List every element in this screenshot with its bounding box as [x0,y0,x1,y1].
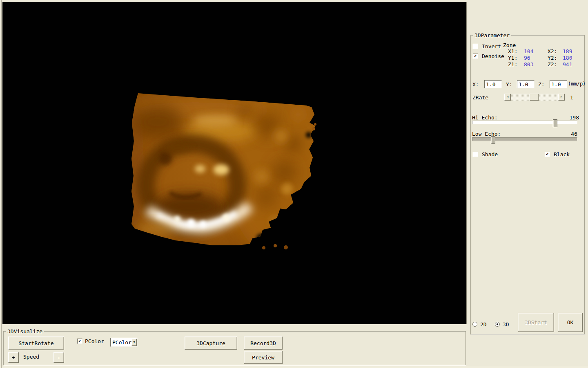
speed-plus-button[interactable]: + [8,352,19,363]
zone-y2-label: Y2: [548,55,557,61]
dropdown-arrow-icon: ▼ [133,341,135,344]
zone-z2-value: 941 [563,61,572,67]
preview-button[interactable]: Preview [244,351,283,364]
zrate-scroll-left-button[interactable]: ◄ [504,94,511,101]
hi-echo-label: Hi Echo: [472,114,498,121]
app-window: 3DParameter Invert ✔ Denoise Zone X1: 10… [0,0,588,368]
3d-viewport[interactable] [2,2,467,324]
zrate-scrollbar-thumb[interactable] [530,94,539,101]
zone-y1-value: 96 [524,55,530,61]
denoise-checkbox[interactable]: ✔ [473,54,478,59]
z-scale-label: Z: [538,81,545,88]
speed-label: Speed [23,354,39,360]
3d-parameter-group-label: 3DParameter [473,32,511,38]
scale-unit-label: (mm/p) [568,81,586,87]
checkmark-icon: ✔ [474,54,477,58]
mode-3d-radio[interactable] [495,322,500,327]
start-rotate-button[interactable]: StartRotate [8,337,64,350]
zone-label: Zone [503,42,516,48]
zone-z1-label: Z1: [508,61,517,67]
zrate-scrollbar[interactable]: ◄ ► [504,94,565,101]
shade-checkbox[interactable] [473,152,478,157]
low-echo-label: Low Echo: [472,131,501,137]
zrate-scrollbar-track[interactable] [511,94,558,101]
denoise-label: Denoise [482,53,504,59]
3d-visualize-group-label: 3DVisualize [6,328,44,334]
pcolor-dropdown-button[interactable]: ▼ [131,339,137,346]
low-echo-slider-track[interactable] [472,137,577,141]
zone-x2-value: 189 [563,48,572,54]
black-checkbox[interactable]: ✔ [545,152,550,157]
mode-2d-radio[interactable] [472,322,477,327]
pcolor-dropdown[interactable]: PColor ▼ [110,338,138,347]
pcolor-dropdown-value: PColor [111,340,131,345]
zrate-value: 1 [570,94,573,101]
zone-x1-value: 104 [524,48,533,54]
window-frame-bottom [0,367,588,367]
zone-x2-label: X2: [548,48,557,54]
checkmark-icon: ✔ [78,339,81,343]
hi-echo-slider-thumb[interactable] [553,119,557,127]
radio-dot-icon [497,323,498,325]
zone-y1-label: Y1: [508,55,517,61]
ok-button[interactable]: OK [558,313,583,332]
3dstart-button[interactable]: 3DStart [518,313,554,332]
3dcapture-button[interactable]: 3DCapture [185,337,237,350]
zone-x1-label: X1: [508,48,517,54]
invert-label: Invert [482,43,501,49]
x-scale-label: X: [472,81,479,88]
speed-minus-button[interactable]: - [53,352,64,363]
hi-echo-value: 198 [559,114,579,121]
low-echo-slider-thumb[interactable] [491,136,495,144]
mode-3d-label: 3D [503,321,509,328]
scrollbar-left-icon: ◄ [507,96,508,99]
record3d-button[interactable]: Record3D [244,337,283,350]
pcolor-checkbox[interactable]: ✔ [77,339,82,344]
black-label: Black [554,151,570,157]
x-scale-input[interactable] [484,80,502,88]
pcolor-checkbox-label: PColor [85,338,104,344]
zone-z2-label: Z2: [548,61,557,67]
y-scale-label: Y: [506,81,512,88]
mode-2d-label: 2D [480,321,487,328]
zrate-scroll-right-button[interactable]: ► [558,94,565,101]
scrollbar-right-icon: ► [561,96,562,99]
low-echo-value: 46 [559,131,577,137]
invert-checkbox[interactable] [473,44,478,49]
shade-label: Shade [482,151,498,157]
zrate-label: ZRate [472,94,488,101]
zone-z1-value: 803 [524,61,533,67]
z-scale-input[interactable] [550,80,567,88]
checkmark-icon: ✔ [546,152,549,156]
volume-render [2,2,467,324]
zone-y2-value: 180 [563,55,572,61]
hi-echo-slider-track[interactable] [472,121,577,124]
y-scale-input[interactable] [517,80,535,88]
window-frame-left [1,0,2,368]
